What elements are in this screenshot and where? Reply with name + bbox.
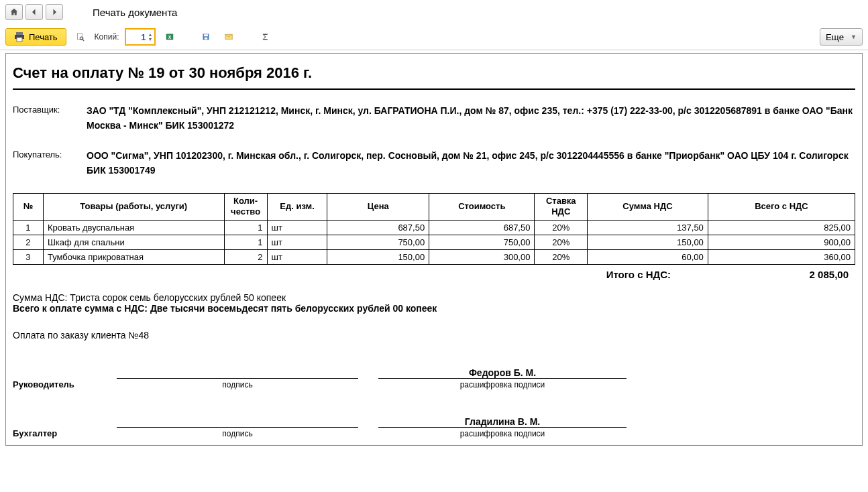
cell-vatrate: 20% (535, 221, 588, 235)
more-button[interactable]: Еще ▼ (820, 28, 863, 46)
table-row: 3Тумбочка прикроватная2шт150,00300,0020%… (13, 250, 855, 265)
accountant-name: Гладилина В. М. (378, 416, 627, 427)
col-price: Цена (327, 193, 429, 221)
order-note: Оплата по заказу клиента №48 (13, 330, 855, 341)
cell-qty: 1 (224, 235, 267, 250)
supplier-label: Поставщик: (13, 103, 87, 115)
cell-qty: 2 (224, 250, 267, 265)
home-button[interactable] (5, 4, 23, 20)
arrow-right-icon (50, 7, 58, 17)
total-words: Всего к оплате сумма с НДС: Две тысячи в… (13, 303, 855, 314)
print-button[interactable]: Печать (5, 28, 66, 46)
stepper-down-icon[interactable]: ▼ (148, 37, 153, 42)
cell-unit: шт (267, 221, 327, 235)
excel-button[interactable]: X (161, 28, 178, 46)
cell-cost: 300,00 (429, 250, 535, 265)
svg-rect-9 (204, 34, 208, 36)
document: Счет на оплату № 19 от 30 ноября 2016 г.… (6, 54, 862, 445)
totals-value: 2 085,00 (781, 269, 855, 280)
supplier-details: ЗАО "ТД "Комплексный", УНП 212121212, Ми… (87, 103, 855, 133)
print-button-label: Печать (29, 32, 58, 42)
save-icon (202, 32, 210, 42)
cell-name: Шкаф для спальни (43, 235, 224, 250)
col-unit: Ед. изм. (267, 193, 327, 221)
stepper-up-icon[interactable]: ▲ (148, 32, 153, 37)
svg-rect-10 (204, 38, 207, 40)
amount-words: Сумма НДС: Триста сорок семь белорусских… (13, 292, 855, 314)
forward-button[interactable] (46, 4, 63, 20)
col-vatrate: Ставка НДС (535, 193, 588, 221)
col-qty: Коли-чество (224, 193, 267, 221)
sign-director: Руководитель подпись Федоров Б. М. расши… (13, 367, 855, 389)
buyer-label: Покупатель: (13, 148, 87, 160)
sign-accountant: Бухгалтер подпись Гладилина В. М. расшиф… (13, 416, 855, 438)
cell-num: 1 (13, 221, 44, 235)
cell-vatsum: 137,50 (588, 221, 708, 235)
sigma-icon (261, 32, 269, 42)
copies-label: Копий: (95, 32, 119, 42)
cell-num: 2 (13, 235, 44, 250)
cell-qty: 1 (224, 221, 267, 235)
supplier-row: Поставщик: ЗАО "ТД "Комплексный", УНП 21… (13, 103, 855, 133)
copies-stepper[interactable]: 1 ▲ ▼ (125, 28, 156, 46)
email-button[interactable] (220, 28, 237, 46)
cell-total: 900,00 (708, 235, 855, 250)
svg-rect-2 (17, 38, 22, 42)
chevron-down-icon: ▼ (851, 34, 857, 40)
cell-name: Кровать двуспальная (43, 221, 224, 235)
vat-words: Сумма НДС: Триста сорок семь белорусских… (13, 292, 855, 303)
toolbar: Печать Копий: 1 ▲ ▼ X Еще ▼ (0, 24, 868, 50)
cell-price: 750,00 (327, 235, 429, 250)
printer-icon (14, 32, 25, 42)
col-vatsum: Сумма НДС (588, 193, 708, 221)
cell-total: 360,00 (708, 250, 855, 265)
copies-value: 1 (129, 32, 148, 42)
excel-icon: X (166, 32, 174, 42)
col-cost: Стоимость (429, 193, 535, 221)
buyer-details: ООО "Сигма", УНП 101202300, г. Минская о… (87, 148, 855, 178)
sum-button[interactable] (256, 28, 274, 46)
cell-vatrate: 20% (535, 250, 588, 265)
table-row: 2Шкаф для спальни1шт750,00750,0020%150,0… (13, 235, 855, 250)
buyer-row: Покупатель: ООО "Сигма", УНП 101202300, … (13, 148, 855, 178)
save-button[interactable] (197, 28, 215, 46)
totals-row: Итого с НДС: 2 085,00 (13, 269, 855, 280)
back-button[interactable] (25, 4, 43, 20)
col-num: № (13, 193, 44, 221)
totals-label: Итого с НДС: (606, 269, 671, 280)
preview-button[interactable] (72, 28, 89, 46)
accountant-sig-line: подпись (117, 427, 358, 438)
director-sig-line: подпись (117, 378, 358, 389)
more-button-label: Еще (826, 32, 844, 42)
cell-unit: шт (267, 235, 327, 250)
cell-vatrate: 20% (535, 235, 588, 250)
cell-price: 687,50 (327, 221, 429, 235)
cell-price: 150,00 (327, 250, 429, 265)
page-title: Печать документа (93, 7, 177, 18)
col-total: Всего с НДС (708, 193, 855, 221)
document-title: Счет на оплату № 19 от 30 ноября 2016 г. (13, 64, 855, 90)
page-magnify-icon (76, 32, 85, 42)
cell-name: Тумбочка прикроватная (43, 250, 224, 265)
table-row: 1Кровать двуспальная1шт687,50687,5020%13… (13, 221, 855, 235)
cell-cost: 687,50 (429, 221, 535, 235)
col-name: Товары (работы, услуги) (43, 193, 224, 221)
cell-unit: шт (267, 250, 327, 265)
cell-vatsum: 150,00 (588, 235, 708, 250)
director-label: Руководитель (13, 379, 117, 389)
items-header-row: № Товары (работы, услуги) Коли-чество Ед… (13, 193, 855, 221)
director-name: Федоров Б. М. (378, 367, 627, 378)
accountant-label: Бухгалтер (13, 428, 117, 438)
stepper-arrows[interactable]: ▲ ▼ (148, 32, 153, 42)
svg-text:X: X (168, 35, 171, 40)
cell-cost: 750,00 (429, 235, 535, 250)
svg-rect-0 (16, 32, 23, 35)
cell-num: 3 (13, 250, 44, 265)
top-nav: Печать документа (0, 0, 868, 24)
envelope-icon (225, 32, 233, 42)
cell-total: 825,00 (708, 221, 855, 235)
director-name-hint: расшифровка подписи (378, 378, 627, 389)
home-icon (10, 7, 18, 17)
svg-line-5 (83, 40, 84, 41)
arrow-left-icon (30, 7, 38, 17)
